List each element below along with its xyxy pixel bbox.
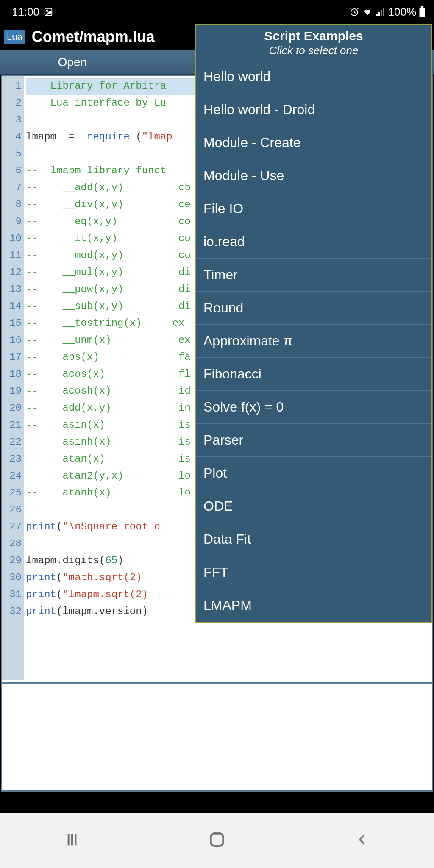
line-number: 2 [4, 95, 22, 111]
svg-rect-8 [421, 6, 424, 8]
svg-rect-3 [376, 14, 378, 16]
line-number: 8 [4, 196, 22, 213]
dropdown-title: Script Examples [196, 29, 431, 43]
line-number: 21 [4, 417, 22, 434]
dropdown-item[interactable]: Timer [196, 258, 431, 291]
line-number: 4 [4, 128, 22, 145]
dropdown-item[interactable]: ODE [196, 490, 431, 523]
line-number: 26 [4, 501, 22, 518]
dropdown-item[interactable]: Module - Use [196, 159, 431, 192]
line-number: 30 [4, 569, 22, 586]
dropdown-item[interactable]: Plot [196, 456, 431, 490]
svg-rect-6 [383, 8, 384, 16]
line-number: 29 [4, 552, 22, 569]
recents-button[interactable] [64, 831, 81, 850]
dropdown-item[interactable]: Hello world - Droid [196, 93, 431, 126]
svg-rect-7 [420, 8, 425, 17]
line-number: 20 [4, 400, 22, 417]
line-number: 13 [4, 281, 22, 298]
line-number: 15 [4, 315, 22, 332]
dropdown-item[interactable]: Fibonacci [196, 357, 431, 390]
line-number: 25 [4, 484, 22, 501]
script-examples-dropdown: Script Examples Click to select one Hell… [195, 24, 432, 623]
line-number: 27 [4, 518, 22, 535]
line-number: 1 [4, 78, 22, 95]
line-number: 17 [4, 349, 22, 366]
home-button[interactable] [208, 830, 226, 851]
app-title: Comet/mapm.lua [32, 28, 155, 46]
line-number: 23 [4, 451, 22, 467]
dropdown-item[interactable]: LMAPM [196, 589, 431, 622]
dropdown-item[interactable]: Module - Create [196, 126, 431, 159]
status-time: 11:00 [12, 6, 39, 19]
svg-rect-4 [378, 12, 380, 16]
line-number: 22 [4, 434, 22, 451]
svg-rect-12 [211, 833, 223, 846]
console-area[interactable] [2, 682, 432, 790]
line-number: 18 [4, 366, 22, 383]
line-number: 9 [4, 213, 22, 230]
dropdown-header: Script Examples Click to select one [196, 25, 431, 60]
line-number: 24 [4, 467, 22, 484]
dropdown-subtitle: Click to select one [196, 44, 431, 57]
dropdown-item[interactable]: Approximate π [196, 324, 431, 357]
status-bar: 11:00 100% [0, 0, 434, 24]
nav-bar [0, 813, 434, 868]
dropdown-item[interactable]: File IO [196, 192, 431, 225]
line-number: 28 [4, 535, 22, 552]
battery-percent: 100% [388, 6, 417, 19]
wifi-icon [362, 7, 373, 17]
alarm-icon [349, 7, 359, 17]
line-number: 10 [4, 230, 22, 247]
open-button[interactable]: Open [0, 50, 145, 74]
dropdown-item[interactable]: Hello world [196, 60, 431, 93]
line-number: 12 [4, 264, 22, 281]
line-number: 32 [4, 603, 22, 620]
svg-point-1 [46, 10, 48, 11]
picture-icon [44, 7, 53, 17]
dropdown-item[interactable]: Round [196, 291, 431, 324]
line-number: 3 [4, 111, 22, 128]
line-number: 7 [4, 179, 22, 196]
signal-icon [376, 7, 386, 17]
svg-rect-5 [381, 10, 382, 16]
battery-icon [419, 6, 426, 17]
dropdown-item[interactable]: io.read [196, 225, 431, 258]
dropdown-item[interactable]: Solve f(x) = 0 [196, 390, 431, 423]
dropdown-item[interactable]: Data Fit [196, 523, 431, 556]
lua-badge: Lua [4, 30, 25, 44]
line-number: 11 [4, 247, 22, 264]
dropdown-item[interactable]: Parser [196, 423, 431, 456]
line-number: 19 [4, 383, 22, 400]
dropdown-item[interactable]: FFT [196, 556, 431, 589]
line-number: 16 [4, 332, 22, 349]
line-gutter: 1234567891011121314151617181920212223242… [2, 76, 24, 680]
line-number: 5 [4, 145, 22, 162]
line-number: 14 [4, 298, 22, 315]
line-number: 6 [4, 162, 22, 179]
line-number: 31 [4, 586, 22, 603]
back-button[interactable] [353, 831, 370, 850]
